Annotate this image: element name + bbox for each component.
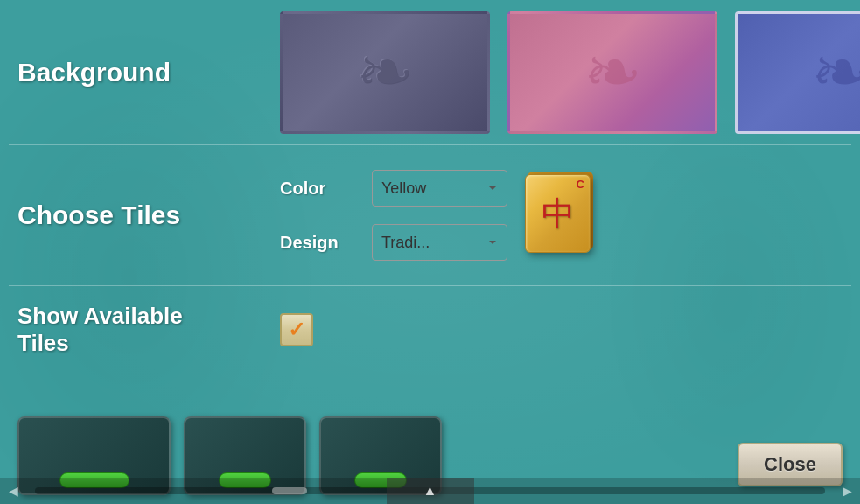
- color-dropdown[interactable]: Yellow Red Green Blue White: [372, 170, 507, 206]
- scroll-right-arrow[interactable]: ▶: [834, 478, 860, 504]
- design-dropdown[interactable]: Tradi... Classic Modern: [372, 224, 507, 261]
- design-control-row: Design Tradi... Classic Modern: [280, 224, 507, 261]
- main-container: Background Choose Tiles Color Yellow Red…: [0, 0, 860, 504]
- design-label: Design: [280, 233, 359, 253]
- scroll-left-arrow[interactable]: ◀: [0, 478, 26, 504]
- color-control-row: Color Yellow Red Green Blue White: [280, 170, 507, 206]
- bg-thumbnail-1[interactable]: [280, 11, 490, 134]
- tiles-controls: Color Yellow Red Green Blue White Design…: [280, 170, 507, 261]
- color-label: Color: [280, 178, 359, 199]
- tile-3d-preview: C 中: [525, 174, 591, 253]
- scroll-handle: [272, 487, 307, 494]
- show-available-checkbox[interactable]: ✓: [280, 313, 313, 346]
- show-available-section: Show Available Tiles ✓: [0, 286, 860, 374]
- choose-tiles-label: Choose Tiles: [17, 200, 210, 230]
- show-available-checkbox-wrapper: ✓: [280, 313, 313, 346]
- tile-preview: C 中: [525, 174, 595, 257]
- tile-character: 中: [542, 197, 575, 230]
- chevron-up-icon: ▲: [423, 483, 437, 499]
- bottom-chevron[interactable]: ▲: [387, 478, 474, 504]
- background-options: [280, 11, 860, 134]
- background-section-label: Background: [17, 58, 210, 88]
- show-available-label: Show Available Tiles: [17, 303, 210, 357]
- bg-thumbnail-3[interactable]: [735, 11, 860, 134]
- choose-tiles-section: Choose Tiles Color Yellow Red Green Blue…: [0, 145, 860, 285]
- bg-thumbnail-2[interactable]: [507, 11, 717, 134]
- background-section: Background: [0, 0, 860, 144]
- tile-corner-label: C: [577, 178, 584, 191]
- checkbox-checkmark: ✓: [288, 319, 305, 340]
